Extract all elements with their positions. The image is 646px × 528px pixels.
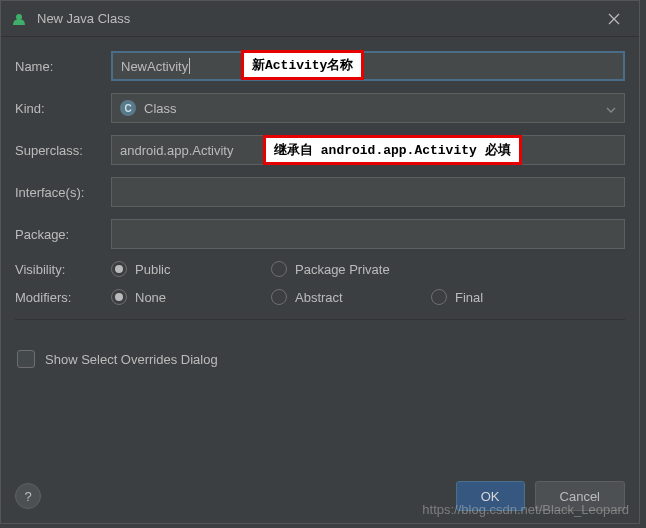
radio-circle-icon [431,289,447,305]
help-button[interactable]: ? [15,483,41,509]
label-kind: Kind: [15,101,111,116]
radio-label-public: Public [135,262,170,277]
label-superclass: Superclass: [15,143,111,158]
label-package: Package: [15,227,111,242]
app-icon [11,11,27,27]
radio-label-abstract: Abstract [295,290,343,305]
kind-value: Class [144,101,177,116]
annotation-superclass: 继承自 android.app.Activity 必填 [263,135,522,165]
annotation-name: 新Activity名称 [241,50,364,80]
divider [15,319,625,320]
row-modifiers: Modifiers: None Abstract Final [15,289,625,305]
checkbox-label-show-overrides: Show Select Overrides Dialog [45,352,218,367]
name-input-value: NewActivity [121,59,188,74]
close-button[interactable] [599,4,629,34]
ok-button[interactable]: OK [456,481,525,511]
label-name: Name: [15,59,111,74]
radio-circle-icon [111,289,127,305]
row-name: Name: NewActivity 新Activity名称 [15,51,625,81]
svg-point-0 [16,14,22,20]
dialog-title: New Java Class [37,11,130,26]
checkbox-show-overrides[interactable] [17,350,35,368]
chevron-down-icon [606,101,616,116]
titlebar: New Java Class [1,1,639,37]
text-cursor [189,58,190,74]
radio-public[interactable]: Public [111,261,271,277]
footer: ? OK Cancel [15,481,625,511]
radio-label-final: Final [455,290,483,305]
label-interfaces: Interface(s): [15,185,111,200]
row-visibility: Visibility: Public Package Private [15,261,625,277]
radio-label-package-private: Package Private [295,262,390,277]
row-interfaces: Interface(s): [15,177,625,207]
label-modifiers: Modifiers: [15,290,111,305]
radio-circle-icon [111,261,127,277]
cancel-button[interactable]: Cancel [535,481,625,511]
dialog-content: Name: NewActivity 新Activity名称 Kind: C Cl… [1,37,639,368]
package-input[interactable] [111,219,625,249]
row-superclass: Superclass: 继承自 android.app.Activity 必填 [15,135,625,165]
radio-final[interactable]: Final [431,289,551,305]
row-show-overrides[interactable]: Show Select Overrides Dialog [17,350,625,368]
modifiers-radios: None Abstract Final [111,289,625,305]
kind-select[interactable]: C Class [111,93,625,123]
name-input[interactable]: NewActivity [111,51,625,81]
class-icon: C [120,100,136,116]
new-java-class-dialog: New Java Class Name: NewActivity 新Activi… [0,0,640,524]
radio-package-private[interactable]: Package Private [271,261,431,277]
interfaces-input[interactable] [111,177,625,207]
radio-abstract[interactable]: Abstract [271,289,431,305]
radio-circle-icon [271,261,287,277]
radio-none[interactable]: None [111,289,271,305]
radio-label-none: None [135,290,166,305]
visibility-radios: Public Package Private [111,261,625,277]
row-package: Package: [15,219,625,249]
row-kind: Kind: C Class [15,93,625,123]
label-visibility: Visibility: [15,262,111,277]
radio-circle-icon [271,289,287,305]
